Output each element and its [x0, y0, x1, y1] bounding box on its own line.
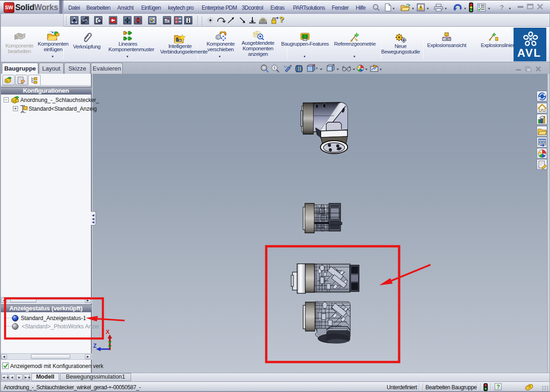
- svg-text:X: X: [106, 328, 110, 335]
- svg-text:Z: Z: [93, 343, 96, 349]
- svg-text:LIC: LIC: [165, 20, 169, 23]
